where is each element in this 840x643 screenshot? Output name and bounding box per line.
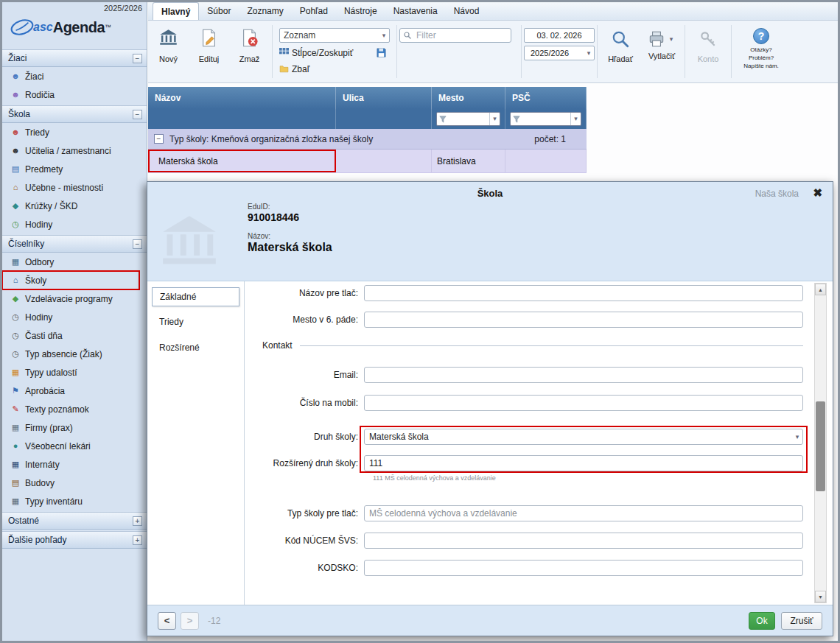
school-year-select[interactable]: 2025/2026 xyxy=(524,46,595,60)
column-header-mesto[interactable]: Mesto xyxy=(432,87,505,109)
sidebar-item-typ-absencie[interactable]: Typ absencie (Žiak) xyxy=(2,345,147,363)
sidebar-item-predmety[interactable]: Predmety xyxy=(2,160,147,178)
search-icon xyxy=(403,31,412,40)
dialog-tabstrip: Základné Triedy Rozšírené xyxy=(147,281,245,605)
sidebar-item-triedy[interactable]: Triedy xyxy=(2,123,147,141)
sidebar-item-rodicia[interactable]: Rodičia xyxy=(2,85,147,104)
help-button[interactable]: Otázky? Problém? Napíšte nám. xyxy=(734,21,788,70)
sidebar-item-typy-inventaru[interactable]: Typy inventáru xyxy=(2,492,147,510)
collapse-toggle-icon[interactable] xyxy=(133,110,142,119)
school-kind-select[interactable]: Materská škola xyxy=(364,429,803,445)
email-input[interactable] xyxy=(364,367,803,383)
cancel-button[interactable]: Zrušiť xyxy=(781,612,822,630)
date-field[interactable]: 03. 02. 2026 xyxy=(524,28,595,43)
extended-kind-input[interactable] xyxy=(364,455,803,471)
collapse-toggle-icon[interactable] xyxy=(133,239,142,249)
section-header-dalsie-pohlady[interactable]: Ďalšie pohľady xyxy=(2,531,147,549)
tab-zakladne[interactable]: Základné xyxy=(152,287,239,306)
sidebar-item-firmy[interactable]: Firmy (prax) xyxy=(2,418,147,437)
sidebar-item-vzdelavacie-programy[interactable]: Vzdelávacie programy xyxy=(2,289,147,308)
school-year-badge: 2025/2026 xyxy=(104,4,142,13)
print-name-input[interactable] xyxy=(364,285,803,301)
list-type-select[interactable]: Zoznam xyxy=(279,28,390,43)
columns-group-button[interactable]: Stĺpce/Zoskupiť xyxy=(279,46,390,59)
sidebar-item-texty-poznamok[interactable]: Texty poznámok xyxy=(2,400,147,418)
cell-nazov[interactable]: Materská škola xyxy=(148,150,336,172)
sidebar-item-ucebne[interactable]: Učebne - miestnosti xyxy=(2,178,147,197)
menu-tab-pohlad[interactable]: Pohľad xyxy=(292,2,336,20)
button-label: Vytlačiť xyxy=(641,52,682,60)
table-row[interactable]: Materská škola Bratislava xyxy=(148,150,587,173)
cell-ulica[interactable] xyxy=(336,150,432,172)
print-type-input[interactable] xyxy=(364,505,803,521)
menu-tab-subor[interactable]: Súbor xyxy=(199,2,239,20)
close-icon[interactable] xyxy=(813,186,822,200)
sidebar-item-vseobecni-lekari[interactable]: Všeobecní lekári xyxy=(2,437,147,455)
cell-mesto[interactable]: Bratislava xyxy=(432,150,505,172)
companies-icon xyxy=(10,424,21,432)
sidebar-item-hodiny[interactable]: Hodiny xyxy=(2,308,147,326)
filter-input[interactable] xyxy=(399,28,511,43)
ok-button[interactable]: Ok xyxy=(749,612,775,630)
sidebar-item-casti-dna[interactable]: Časti dňa xyxy=(2,326,147,345)
section-header-ciselniky[interactable]: Číselníky xyxy=(2,235,147,253)
sidebar-item-skoly[interactable]: Školy xyxy=(2,271,139,289)
sidebar-item-budovy[interactable]: Budovy xyxy=(2,474,147,492)
column-header-nazov[interactable]: Názov xyxy=(148,87,336,109)
edit-button[interactable]: Edituj xyxy=(189,21,229,63)
item-label: Typ absencie (Žiak) xyxy=(25,349,102,359)
delete-button[interactable]: Zmaž xyxy=(229,21,270,63)
menu-tab-navod[interactable]: Návod xyxy=(446,2,488,20)
sidebar-item-ucitelia[interactable]: Učitelia / zamestnanci xyxy=(2,141,147,160)
tab-rozsirene[interactable]: Rozšírené xyxy=(152,339,239,358)
sidebar-item-hodiny-skola[interactable]: Hodiny xyxy=(2,215,147,233)
save-layout-icon[interactable] xyxy=(376,47,387,58)
group-label: Typ školy: Kmeňová organizačná zložka na… xyxy=(169,134,373,144)
search-button[interactable]: Hľadať xyxy=(600,21,641,63)
kodsko-input[interactable] xyxy=(364,560,803,576)
mesto-filter-select[interactable] xyxy=(436,112,500,126)
extended-kind-hint: 111 MŠ celodenná výchova a vzdelávanie xyxy=(373,474,496,482)
item-label: Predmety xyxy=(25,164,63,175)
menu-tab-hlavny[interactable]: Hlavný xyxy=(153,2,199,20)
sidebar-item-typy-udalosti[interactable]: Typy udalostí xyxy=(2,363,147,382)
sidebar-item-kruzky[interactable]: Krúžky / ŠKD xyxy=(2,197,147,215)
account-button[interactable]: Konto xyxy=(687,21,729,63)
sidebar-item-internaty[interactable]: Internáty xyxy=(2,455,147,474)
expand-toggle-icon[interactable] xyxy=(133,516,142,526)
prev-record-button[interactable]: < xyxy=(158,612,176,630)
name-value: Materská škola xyxy=(248,241,332,254)
mobile-input[interactable] xyxy=(364,395,803,411)
menu-tab-nastroje[interactable]: Nástroje xyxy=(336,2,385,20)
collapse-toggle-icon[interactable] xyxy=(133,54,142,63)
menu-tab-nastavenia[interactable]: Nastavenia xyxy=(385,2,446,20)
group-collapse-icon[interactable] xyxy=(154,134,164,144)
menu-tab-zoznamy[interactable]: Zoznamy xyxy=(239,2,291,20)
section-header-skola[interactable]: Škola xyxy=(2,105,147,123)
scrollbar[interactable] xyxy=(814,283,827,603)
scroll-down-icon[interactable] xyxy=(815,591,826,602)
collapse-all-button[interactable]: Zbaľ xyxy=(279,63,390,75)
tab-triedy[interactable]: Triedy xyxy=(152,313,239,332)
column-header-ulica[interactable]: Ulica xyxy=(336,87,432,109)
print-dropdown-icon[interactable] xyxy=(666,35,676,43)
nucem-input[interactable] xyxy=(364,533,803,549)
column-header-psc[interactable]: PSČ xyxy=(505,87,587,109)
cell-psc[interactable] xyxy=(505,150,587,172)
filter-cell-nazov xyxy=(148,109,336,129)
next-record-button[interactable]: > xyxy=(181,612,199,630)
city-case-input[interactable] xyxy=(364,312,803,328)
section-header-ostatne[interactable]: Ostatné xyxy=(2,512,147,530)
print-button[interactable]: Vytlačiť xyxy=(641,21,682,60)
sidebar-item-ziaci[interactable]: Žiaci xyxy=(2,67,147,85)
group-row[interactable]: Typ školy: Kmeňová organizačná zložka na… xyxy=(148,129,587,150)
scrollbar-thumb[interactable] xyxy=(816,401,825,491)
sidebar-item-odbory[interactable]: Odbory xyxy=(2,253,147,271)
new-button[interactable]: Nový xyxy=(148,21,189,63)
expand-toggle-icon[interactable] xyxy=(133,535,142,545)
psc-filter-select[interactable] xyxy=(510,112,581,126)
section-header-ziaci[interactable]: Žiaci xyxy=(2,49,147,67)
scroll-up-icon[interactable] xyxy=(815,284,826,295)
dialog-title: Škola xyxy=(147,188,833,199)
sidebar-item-aprobacia[interactable]: Aprobácia xyxy=(2,382,147,400)
